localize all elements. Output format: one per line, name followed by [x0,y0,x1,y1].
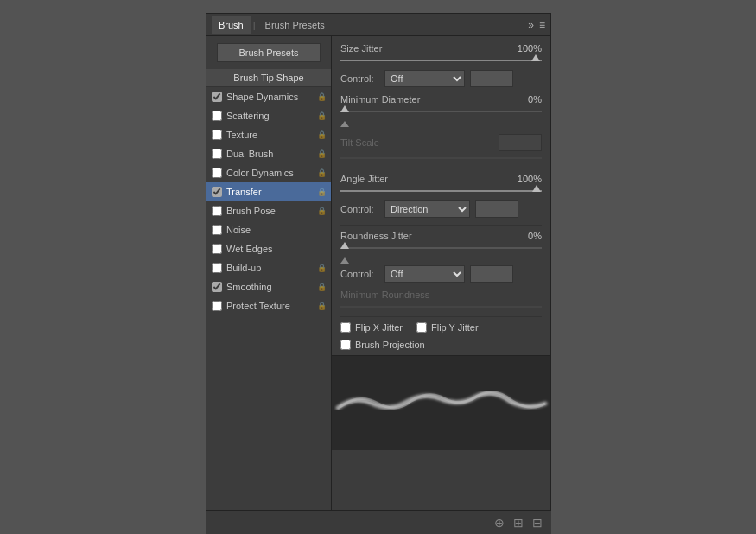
tab-actions: » ≡ [528,19,545,31]
brush-item-checkbox-2[interactable] [212,130,222,140]
size-jitter-slider[interactable] [340,56,542,65]
brush-list-item-5[interactable]: Transfer🔒 [206,182,331,201]
size-control-select[interactable]: Off Fade Pen Pressure Pen Tilt Stylus Wh… [384,70,465,87]
panel-footer: ⊕ ⊞ ⊟ [206,510,551,534]
tilt-scale-label: Tilt Scale [340,137,499,148]
roundness-control-extra [470,265,513,283]
size-jitter-label: Size Jitter [340,43,499,54]
brush-presets-button[interactable]: Brush Presets [217,43,321,62]
brush-item-label-0: Shape Dynamics [226,92,315,102]
brush-item-checkbox-10[interactable] [212,282,222,292]
angle-control-label: Control: [340,204,379,214]
flip-x-row: Flip X Jitter [340,322,403,333]
min-diameter-row: Minimum Diameter 0% [340,94,542,105]
brush-list-item-6[interactable]: Brush Pose🔒 [206,201,331,220]
tab-separator: | [253,20,256,30]
brush-projection-label: Brush Projection [355,340,425,350]
lock-icon-5: 🔒 [315,186,327,198]
tab-brush-presets[interactable]: Brush Presets [258,16,332,34]
brush-list: Shape Dynamics🔒Scattering🔒Texture🔒Dual B… [206,87,331,524]
angle-control-select[interactable]: Off Fade Pen Pressure Pen Tilt Direction… [384,200,470,218]
roundness-jitter-label: Roundness Jitter [340,231,499,241]
lock-icon-3: 🔒 [315,148,327,160]
brush-item-checkbox-11[interactable] [212,301,222,311]
roundness-control-select[interactable]: Off Fade Pen Pressure Pen Tilt Stylus Wh… [384,265,465,283]
brush-list-item-9[interactable]: Build-up🔒 [206,258,331,277]
brush-list-item-1[interactable]: Scattering🔒 [206,106,331,125]
flip-y-checkbox[interactable] [416,322,427,333]
left-panel: Brush Presets Brush Tip Shape Shape Dyna… [206,36,332,524]
brush-item-label-7: Noise [226,225,327,235]
tab-brush[interactable]: Brush [212,16,251,34]
footer-icon-1[interactable]: ⊕ [494,516,505,530]
lock-icon-2: 🔒 [315,129,327,141]
brush-item-label-6: Brush Pose [226,206,315,216]
flip-x-checkbox[interactable] [340,322,351,333]
brush-item-checkbox-9[interactable] [212,263,222,273]
footer-icon-2[interactable]: ⊞ [513,516,524,530]
angle-jitter-value: 100% [499,174,542,184]
brush-projection-row: Brush Projection [340,340,542,350]
brush-preview [332,355,550,450]
min-roundness-label: Minimum Roundness [340,289,542,300]
brush-list-item-4[interactable]: Color Dynamics🔒 [206,163,331,182]
brush-item-checkbox-6[interactable] [212,206,222,216]
brush-list-item-3[interactable]: Dual Brush🔒 [206,144,331,163]
brush-item-label-9: Build-up [226,263,315,273]
brush-item-checkbox-3[interactable] [212,149,222,159]
panel-tabs: Brush | Brush Presets » ≡ [206,14,550,36]
right-panel: Size Jitter 100% Control: Off Fade Pen P… [332,36,550,524]
lock-icon-6: 🔒 [315,205,327,217]
min-diameter-value: 0% [499,94,542,105]
min-diameter-slider[interactable] [340,107,542,116]
angle-jitter-slider[interactable] [340,187,542,195]
brush-item-label-1: Scattering [226,111,315,121]
angle-jitter-label: Angle Jitter [340,174,499,184]
lock-icon-4: 🔒 [315,167,327,179]
roundness-jitter-row: Roundness Jitter 0% [340,231,542,241]
size-control-extra [470,70,513,87]
flip-x-label: Flip X Jitter [355,322,403,333]
roundness-jitter-value: 0% [499,231,542,241]
brush-item-checkbox-5[interactable] [212,187,222,197]
brush-item-checkbox-7[interactable] [212,225,222,235]
brush-item-checkbox-0[interactable] [212,92,222,102]
lock-icon-11: 🔒 [315,300,327,312]
brush-list-item-0[interactable]: Shape Dynamics🔒 [206,87,331,106]
flip-y-label: Flip Y Jitter [431,322,479,333]
footer-icon-3[interactable]: ⊟ [532,516,543,530]
roundness-jitter-slider[interactable] [340,244,542,252]
brush-list-item-7[interactable]: Noise [206,220,331,239]
brush-item-label-10: Smoothing [226,282,315,292]
brush-item-label-3: Dual Brush [226,149,315,159]
tab-menu-icon[interactable]: ≡ [539,19,545,31]
brush-tip-shape-label[interactable]: Brush Tip Shape [206,69,331,87]
tilt-triangle [340,121,349,127]
lock-icon-10: 🔒 [315,281,327,293]
brush-item-label-5: Transfer [226,187,315,197]
min-roundness-slider [340,302,542,311]
brush-item-label-2: Texture [226,130,315,140]
size-jitter-value: 100% [499,43,542,54]
size-jitter-row: Size Jitter 100% [340,43,542,54]
brush-projection-checkbox[interactable] [340,340,351,350]
brush-list-item-8[interactable]: Wet Edges [206,239,331,258]
flip-y-row: Flip Y Jitter [416,322,479,333]
size-control-label: Control: [340,73,379,84]
tilt-scale-slider [340,154,542,162]
roundness-control-row: Control: Off Fade Pen Pressure Pen Tilt … [340,265,542,283]
brush-list-item-10[interactable]: Smoothing🔒 [206,277,331,296]
size-control-row: Control: Off Fade Pen Pressure Pen Tilt … [340,70,542,87]
brush-list-item-11[interactable]: Protect Texture🔒 [206,296,331,315]
brush-item-checkbox-1[interactable] [212,111,222,121]
tab-forward-icon[interactable]: » [528,19,534,31]
brush-item-label-8: Wet Edges [226,244,327,254]
min-diameter-label: Minimum Diameter [340,94,499,105]
brush-item-checkbox-8[interactable] [212,244,222,254]
angle-control-extra [475,200,518,218]
lock-icon-1: 🔒 [315,110,327,122]
brush-item-checkbox-4[interactable] [212,168,222,178]
brush-stroke-svg [332,378,550,429]
roundness-control-label: Control: [340,269,379,279]
brush-list-item-2[interactable]: Texture🔒 [206,125,331,144]
